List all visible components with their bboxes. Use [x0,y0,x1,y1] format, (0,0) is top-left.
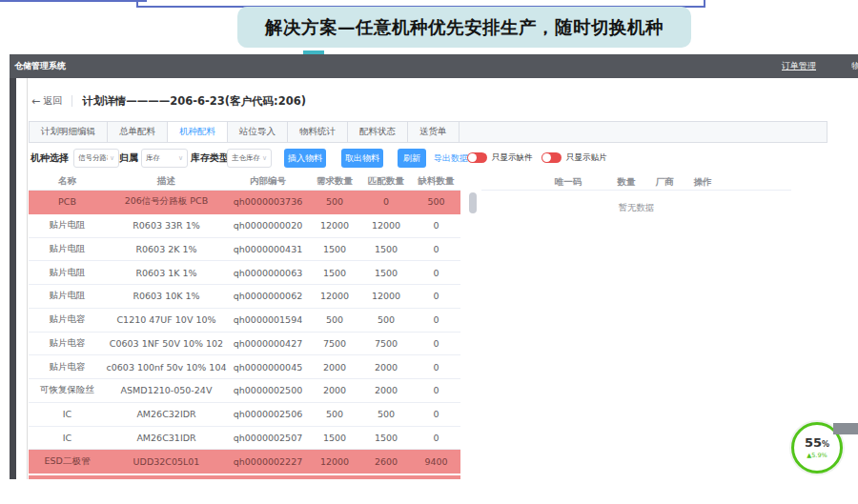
cell-matched: 2000 [360,362,412,373]
cell-matched: 1500 [360,268,412,278]
table-row[interactable]: 贴片电阻R0603 1K 1%qh0000000063150015000 [29,261,460,285]
tab-total-order-batching[interactable]: 总单配料 [108,122,168,142]
tab-machine-batching[interactable]: 机种配料 [168,122,228,142]
back-label: 返回 [43,94,62,108]
insert-material-button[interactable]: 插入物料 [284,149,326,168]
machine-select-dropdown[interactable]: 信号分路板 ∨ [73,149,119,168]
table-row[interactable]: 可恢复保险丝ASMD1210-050-24Vqh0000002500200020… [29,379,460,403]
filter-toolbar: 机种选择 信号分路板 ∨ 归属 库存 ∨ 库存类型 主仓库存 ∨ 插入物料 取出… [16,145,858,171]
table-row[interactable]: 贴片电阻R0603 10K 1%qh000000006212000120000 [29,285,460,309]
cell-name: 贴片电阻 [29,290,106,302]
cell-shortage: 0 [412,409,460,419]
export-data-link[interactable]: 导出数据 [434,145,468,171]
tabs: 计划明细编辑总单配料机种配料站位导入物料统计配料状态送货单 [29,121,827,143]
tab-delivery-note[interactable]: 送货单 [408,122,460,142]
app-header-bar: 仓储管理系统 订单管理 物 [10,54,858,78]
chevron-down-icon: ∨ [178,154,183,162]
table-row[interactable]: 贴片电容C1210 47UF 10V 10%qh0000001594500500… [29,309,460,333]
cell-demand: 500 [309,409,360,419]
solution-banner-text: 解决方案—任意机种优先安排生产，随时切换机种 [265,15,664,39]
machine-select-value: 信号分路板 [78,153,108,163]
cell-name: 贴片电容 [29,361,106,373]
window-left-edge [10,54,16,479]
empty-data-text: 暂无数据 [481,202,791,214]
cell-shortage: 0 [412,338,460,349]
cell-shortage: 0 [412,362,460,373]
tab-batching-status[interactable]: 配料状态 [348,122,408,142]
content-left-border [27,78,28,479]
scrollbar-handle-artifact[interactable] [833,423,858,434]
cell-code: qh0000000045 [227,362,309,373]
slide-artifact-box-left [0,0,147,2]
cell-desc: AM26C32IDR [106,409,227,419]
cell-shortage: 0 [412,385,460,395]
nav-item-order-management[interactable]: 订单管理 [782,54,816,78]
column-header: 内部编号 [227,175,309,188]
cell-shortage: 0 [412,220,460,231]
cell-matched: 7500 [360,338,412,349]
cell-desc: c0603 100nf 50v 10% 104 [106,362,227,373]
cell-name: 贴片电容 [29,313,106,326]
progress-delta-value: 5.9% [811,452,827,459]
cell-desc: C1210 47UF 10V 10% [106,314,227,325]
cell-demand: 500 [309,196,360,207]
owner-dropdown[interactable]: 库存 ∨ [141,149,188,168]
right-table-header: 唯一码数量厂商操作 [481,173,791,191]
tab-station-import[interactable]: 站位导入 [228,122,288,142]
cell-matched: 1500 [360,433,412,443]
cell-demand: 12000 [309,291,360,301]
cell-shortage: 0 [412,291,460,301]
column-header: 厂商 [656,173,674,191]
cell-code: qh0000000020 [227,220,309,231]
cell-shortage: 0 [412,314,460,325]
table-row[interactable]: PCB206信号分路板 PCBqh00000037365000500 [29,191,460,214]
toggle-knob [542,153,551,162]
nav-item-clipped[interactable]: 物 [851,54,858,78]
cell-shortage: 9400 [412,456,460,467]
cell-name: ESD二极管 [29,455,106,468]
takeout-material-button[interactable]: 取出物料 [341,149,383,168]
cell-code: qh0000000427 [227,338,309,349]
cell-shortage: 500 [412,196,460,207]
progress-percent: 55% [805,436,829,451]
cell-demand: 2000 [309,385,360,395]
cell-demand: 12000 [309,456,360,467]
cell-demand: 12000 [309,220,360,231]
cell-shortage: 0 [412,244,460,254]
refresh-button[interactable]: 刷新 [398,149,426,168]
table-row[interactable]: ESD二极管UDD32C05L01qh000000222712000260094… [29,450,460,474]
machine-select-label: 机种选择 [31,145,69,171]
progress-percent-value: 55 [805,435,822,450]
partial-highlight-row [29,475,460,479]
toggle-show-missing-label: 只显示缺件 [492,145,533,171]
table-row[interactable]: 贴片电容C0603 1NF 50V 10% 102qh0000000427750… [29,333,460,356]
stock-type-dropdown[interactable]: 主仓库存 ∨ [227,149,272,168]
back-button[interactable]: ← 返回 [31,94,62,108]
unique-code-table: 唯一码数量厂商操作 暂无数据 [481,173,791,288]
table-row[interactable]: 贴片电容c0603 100nf 50v 10% 104qh00000000452… [29,355,460,379]
tab-plan-detail-edit[interactable]: 计划明细编辑 [30,122,108,142]
page-title: 计划详情————206-6-23(客户代码:206) [82,94,306,109]
cell-desc: 206信号分路板 PCB [106,195,227,208]
cell-desc: R0603 2K 1% [106,244,227,254]
toggle-show-missing-only[interactable] [467,152,487,163]
table-row[interactable]: ICAM26C31IDRqh0000002507150015000 [29,427,460,451]
cell-demand: 1500 [309,433,360,443]
cell-name: IC [29,433,106,443]
table-row[interactable]: ICAM26C32IDRqh00000025065005000 [29,403,460,427]
progress-delta: ▲5.9% [807,452,827,459]
table-row[interactable]: 贴片电阻R0603 2K 1%qh0000000431150015000 [29,238,460,262]
cell-desc: AM26C31IDR [106,433,227,443]
toggle-show-smd-only[interactable] [541,152,562,163]
left-table-scrollbar[interactable] [469,192,477,213]
cell-desc: ASMD1210-050-24V [106,385,227,395]
cell-desc: UDD32C05L01 [106,456,227,467]
page-title-row: ← 返回 计划详情————206-6-23(客户代码:206) [16,91,836,111]
app-title: 仓储管理系统 [14,54,66,78]
column-header: 操作 [694,173,712,191]
table-row[interactable]: 贴片电阻R0603 33R 1%qh000000002012000120000 [29,214,460,238]
column-header: 描述 [106,175,227,188]
cell-desc: R0603 33R 1% [106,220,227,231]
tab-material-stats[interactable]: 物料统计 [288,122,348,142]
screenshot-stage: 解决方案—任意机种优先安排生产，随时切换机种 仓储管理系统 订单管理 物 ← 返… [0,0,858,504]
